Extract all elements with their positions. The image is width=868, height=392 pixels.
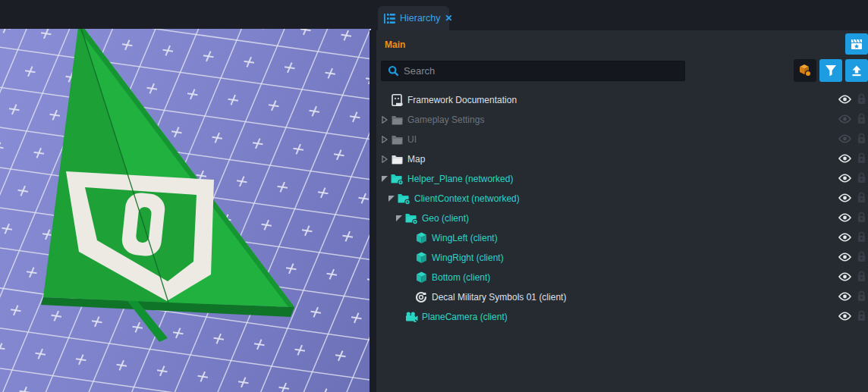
green-paper-plane[interactable] bbox=[41, 29, 294, 342]
tree-row[interactable]: Gameplay Settings bbox=[376, 110, 868, 130]
expand-arrow-icon[interactable] bbox=[379, 136, 390, 143]
folder-icon bbox=[390, 133, 404, 146]
tree-row[interactable]: UI bbox=[376, 130, 868, 149]
spacer bbox=[404, 274, 414, 281]
folder-icon bbox=[390, 114, 404, 127]
lock-icon[interactable] bbox=[857, 93, 866, 108]
tree-row[interactable]: WingLeft (client) bbox=[376, 228, 868, 248]
lock-icon[interactable] bbox=[857, 310, 866, 325]
spacer bbox=[404, 293, 414, 301]
publish-button[interactable] bbox=[845, 59, 868, 82]
collapse-arrow-icon[interactable] bbox=[386, 195, 397, 202]
scene-name-label: Main bbox=[385, 39, 405, 50]
lock-icon[interactable] bbox=[857, 231, 866, 246]
tree-row[interactable]: Helper_Plane (networked) bbox=[376, 169, 868, 189]
asset-cube-button[interactable] bbox=[794, 59, 816, 82]
visibility-eye-icon[interactable] bbox=[838, 192, 851, 205]
camera-icon bbox=[404, 311, 418, 324]
expand-arrow-icon[interactable] bbox=[379, 116, 390, 124]
cinematic-button[interactable] bbox=[845, 33, 868, 55]
tree-row[interactable]: Bottom (client) bbox=[376, 268, 868, 287]
visibility-eye-icon[interactable] bbox=[838, 212, 851, 225]
filter-button[interactable] bbox=[819, 59, 842, 82]
lock-icon[interactable] bbox=[857, 172, 866, 187]
tree-row[interactable]: Geo (client) bbox=[376, 209, 868, 228]
mesh-cube-icon bbox=[414, 252, 428, 265]
spacer bbox=[404, 254, 414, 262]
documentation-icon bbox=[390, 94, 404, 107]
cube-badge-icon bbox=[798, 64, 812, 77]
visibility-eye-icon[interactable] bbox=[838, 93, 851, 107]
tree-row[interactable]: Decal Military Symbols 01 (client) bbox=[376, 287, 868, 307]
tree-row[interactable]: Framework Documentation bbox=[376, 90, 868, 110]
lock-icon[interactable] bbox=[857, 133, 866, 147]
lock-icon[interactable] bbox=[857, 192, 866, 206]
visibility-eye-icon[interactable] bbox=[838, 290, 851, 304]
folder-badge-icon bbox=[390, 173, 404, 186]
mesh-cube-icon bbox=[414, 271, 428, 284]
visibility-eye-icon[interactable] bbox=[838, 310, 851, 324]
folder-badge-icon bbox=[404, 212, 418, 225]
hierarchy-tree: Framework Documentation Gameplay Setting… bbox=[376, 90, 868, 327]
tree-row[interactable]: PlaneCamera (client) bbox=[376, 307, 868, 327]
search-icon bbox=[388, 65, 399, 77]
spacer bbox=[379, 96, 390, 104]
collapse-arrow-icon[interactable] bbox=[394, 215, 404, 222]
search-input-wrap[interactable] bbox=[381, 61, 685, 81]
tab-label: Hierarchy bbox=[400, 13, 441, 24]
lock-icon[interactable] bbox=[857, 271, 866, 285]
lock-icon[interactable] bbox=[857, 113, 866, 127]
panel-splitter[interactable] bbox=[370, 30, 376, 392]
visibility-eye-icon[interactable] bbox=[838, 152, 851, 166]
tab-hierarchy[interactable]: Hierarchy ✕ bbox=[378, 6, 449, 30]
hierarchy-list-icon bbox=[384, 14, 395, 24]
visibility-eye-icon[interactable] bbox=[838, 133, 851, 146]
search-input[interactable] bbox=[404, 65, 678, 77]
mesh-cube-icon bbox=[414, 232, 428, 245]
scene-viewport[interactable] bbox=[0, 29, 371, 392]
visibility-eye-icon[interactable] bbox=[838, 113, 851, 127]
funnel-icon bbox=[825, 64, 837, 77]
folder-badge-icon bbox=[397, 193, 410, 205]
tree-row[interactable]: Map bbox=[376, 149, 868, 169]
visibility-eye-icon[interactable] bbox=[838, 251, 851, 265]
collapse-arrow-icon[interactable] bbox=[379, 175, 390, 183]
visibility-eye-icon[interactable] bbox=[838, 231, 851, 245]
visibility-eye-icon[interactable] bbox=[838, 172, 851, 186]
spacer bbox=[404, 234, 414, 242]
tree-row[interactable]: WingRight (client) bbox=[376, 248, 868, 268]
clapperboard-icon bbox=[851, 39, 863, 50]
folder-icon bbox=[390, 153, 404, 166]
lock-icon[interactable] bbox=[857, 251, 866, 265]
lock-icon[interactable] bbox=[857, 212, 866, 226]
spacer bbox=[394, 313, 404, 321]
upload-icon bbox=[851, 64, 863, 77]
decal-icon bbox=[414, 291, 428, 304]
close-icon[interactable]: ✕ bbox=[445, 14, 453, 23]
visibility-eye-icon[interactable] bbox=[838, 271, 851, 284]
lock-icon[interactable] bbox=[857, 152, 866, 167]
expand-arrow-icon[interactable] bbox=[379, 155, 390, 163]
tree-row[interactable]: ClientContext (networked) bbox=[376, 189, 868, 209]
lock-icon[interactable] bbox=[857, 290, 866, 305]
